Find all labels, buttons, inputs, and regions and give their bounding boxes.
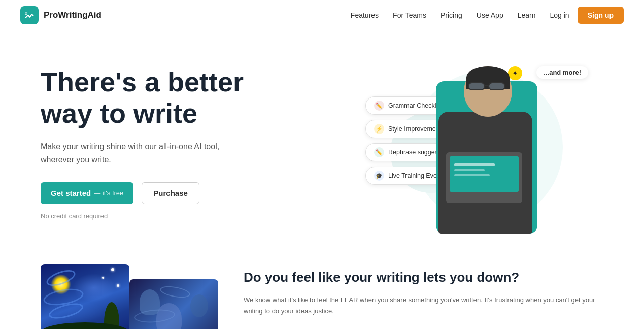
signup-button[interactable]: Sign up [578, 7, 624, 24]
purchase-button[interactable]: Purchase [142, 182, 199, 204]
star-1 [111, 268, 114, 271]
logo-icon [20, 6, 39, 24]
hero-section: There's a better way to write Make your … [0, 30, 644, 254]
section-two-body: We know what it's like to feel the FEAR … [244, 294, 603, 317]
and-more-bubble: ...and more! [536, 66, 588, 79]
free-label: — it's free [94, 189, 123, 197]
hero-cta: Get started — it's free Purchase [41, 182, 315, 204]
hero-left: There's a better way to write Make your … [41, 61, 315, 220]
pill-grammar-label: Grammar Checking [388, 102, 443, 109]
glasses-right [488, 82, 505, 90]
login-button[interactable]: Log in [550, 11, 569, 19]
nav-teams[interactable]: For Teams [393, 11, 426, 19]
nav-use-app[interactable]: Use App [477, 11, 503, 19]
style-icon: ⚡ [374, 124, 384, 134]
glasses-bridge [485, 85, 488, 87]
hero-subtitle: Make your writing shine with our all-in-… [41, 140, 244, 166]
nav-auth: Log in Sign up [550, 7, 624, 24]
training-icon: 🎓 [374, 171, 384, 181]
glasses-left [468, 82, 485, 90]
nav-learn[interactable]: Learn [518, 11, 536, 19]
screen-line-3 [454, 174, 490, 176]
get-started-button[interactable]: Get started — it's free [41, 182, 133, 204]
artwork-back [41, 264, 129, 329]
nav-pricing[interactable]: Pricing [440, 11, 462, 19]
dark-swirl-1 [159, 284, 191, 300]
starry-night-painting [41, 264, 129, 329]
logo-text: ProWritingAid [44, 10, 101, 20]
screen-line-2 [454, 169, 485, 171]
section-two: My idea in my head Do you feel like your… [0, 254, 644, 329]
section-two-text: Do you feel like your writing lets you d… [244, 264, 603, 317]
screen-line-1 [454, 163, 495, 166]
section-two-title: Do you feel like your writing lets you d… [244, 269, 603, 286]
hero-right: ✏️ Grammar Checking ⚡ Style Improvements… [315, 61, 603, 234]
nav-features[interactable]: Features [351, 11, 379, 19]
navbar: ProWritingAid Features For Teams Pricing… [0, 0, 644, 30]
dark-painting [129, 279, 218, 329]
star-badge: ✦ [508, 66, 522, 80]
nav-links: Features For Teams Pricing Use App Learn [351, 11, 536, 20]
rephrase-icon: ✏️ [374, 147, 384, 157]
get-started-label: Get started [51, 189, 91, 198]
hero-title: There's a better way to write [41, 66, 315, 129]
dark-shape-2 [190, 294, 208, 317]
no-credit-text: No credit card required [41, 212, 315, 220]
grammar-icon: ✏️ [374, 101, 384, 111]
artwork-front [129, 279, 218, 329]
hero-person [436, 66, 558, 239]
artwork-stack: My idea in my head [41, 264, 213, 329]
logo[interactable]: ProWritingAid [20, 6, 101, 24]
star-2 [102, 277, 104, 279]
star-3 [117, 284, 119, 287]
